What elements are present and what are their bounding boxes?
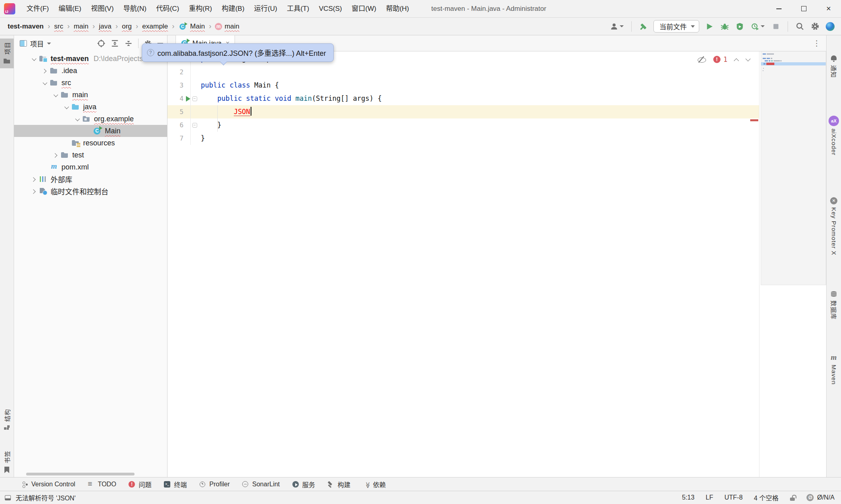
menu-item-11[interactable]: 帮助(H)	[381, 0, 414, 18]
fold-open-icon[interactable]	[192, 96, 197, 101]
tree-item-test[interactable]: test	[14, 149, 167, 161]
menu-item-10[interactable]: 窗口(W)	[347, 0, 381, 18]
tool-window-button-终端[interactable]: 终端	[163, 480, 187, 489]
file-encoding[interactable]: UTF-8	[725, 494, 743, 501]
code-text[interactable]: public class Main {	[201, 79, 279, 92]
tree-item-resources[interactable]: resources	[14, 137, 167, 149]
line-number[interactable]: 3	[180, 82, 184, 89]
chevron-down-icon[interactable]	[47, 43, 51, 45]
tree-item-pom.xml[interactable]: pom.xml	[14, 161, 167, 173]
breadcrumb-item-Main[interactable]: Main	[178, 22, 215, 31]
code-line-3[interactable]: 3public class Main {	[167, 79, 759, 92]
code-text[interactable]: }	[201, 118, 221, 132]
chevron-down-icon[interactable]	[30, 55, 38, 63]
code-line-7[interactable]: 7}	[167, 132, 759, 145]
line-ending[interactable]: LF	[706, 494, 713, 501]
stripe-item-aiXcoder[interactable]: aiXcoder	[827, 112, 841, 159]
code-minimap[interactable]	[761, 51, 826, 285]
tool-window-button-Version Control[interactable]: Version Control	[21, 481, 75, 488]
debug-button[interactable]	[719, 21, 730, 32]
locate-file-icon[interactable]	[97, 39, 105, 47]
plugin-sphere-button[interactable]	[825, 21, 835, 32]
menu-item-8[interactable]: 工具(T)	[282, 0, 314, 18]
menu-item-1[interactable]: 编辑(E)	[54, 0, 86, 18]
tool-window-quick-access-icon[interactable]	[5, 495, 11, 500]
close-button[interactable]: ×	[816, 0, 841, 18]
stripe-item-书签[interactable]: 书签	[0, 447, 14, 477]
tool-window-button-依赖[interactable]: 依赖	[363, 480, 386, 489]
stripe-item-Key Promoter X[interactable]: Key Promoter X	[827, 194, 841, 259]
menu-item-5[interactable]: 重构(R)	[184, 0, 217, 18]
chevron-down-icon[interactable]	[73, 115, 82, 123]
breadcrumb-item-java[interactable]: java	[98, 22, 121, 31]
error-stripe-mark[interactable]	[750, 119, 758, 121]
tool-window-button-Profiler[interactable]: Profiler	[199, 481, 230, 488]
tree-item-.idea[interactable]: .idea	[14, 65, 167, 77]
stripe-item-项目[interactable]: 项目	[0, 39, 14, 68]
tree-item-java[interactable]: java	[14, 101, 167, 113]
chevron-down-icon[interactable]	[63, 103, 71, 111]
error-badge[interactable]: ! 1	[713, 55, 727, 63]
tool-window-button-SonarLint[interactable]: SonarLint	[242, 481, 280, 488]
menu-item-9[interactable]: VCS(S)	[314, 0, 347, 18]
next-error-chevron-down-icon[interactable]	[746, 57, 751, 62]
stripe-item-Maven[interactable]: Maven	[827, 351, 841, 388]
code-line-4[interactable]: 4 public static void main(String[] args)…	[167, 92, 759, 105]
tooltip-text[interactable]: com.alibaba.fastjson2.JSON? (多重选择...) Al…	[157, 47, 326, 58]
minimize-button[interactable]	[766, 0, 791, 18]
run-button[interactable]	[704, 21, 714, 32]
stripe-item-通知[interactable]: 通知	[827, 51, 841, 81]
menu-item-2[interactable]: 视图(V)	[86, 0, 118, 18]
chevron-down-icon[interactable]	[41, 79, 49, 87]
line-number[interactable]: 5	[180, 108, 184, 116]
previous-error-chevron-up-icon[interactable]	[734, 57, 739, 62]
tree-item-Main[interactable]: Main	[14, 125, 167, 137]
horizontal-scrollbar[interactable]	[26, 473, 135, 475]
code-editor[interactable]: 1package org.example;23public class Main…	[167, 51, 826, 477]
code-text[interactable]: }	[201, 132, 205, 145]
chevron-right-icon[interactable]	[41, 67, 49, 75]
build-project-button[interactable]	[638, 21, 649, 32]
menu-item-4[interactable]: 代码(C)	[151, 0, 184, 18]
stop-button[interactable]	[771, 21, 781, 32]
caret-position[interactable]: 5:13	[682, 494, 694, 501]
maximize-button[interactable]	[791, 0, 816, 18]
stripe-item-数据库[interactable]: 数据库	[827, 287, 841, 323]
highlighting-level-eye-icon[interactable]	[697, 56, 706, 63]
breadcrumb-item-src[interactable]: src	[54, 22, 73, 31]
code-text[interactable]: JSON	[201, 105, 251, 118]
line-number[interactable]: 2	[180, 68, 184, 76]
line-number[interactable]: 4	[180, 95, 184, 102]
breadcrumb-item-example[interactable]: example	[142, 22, 178, 31]
profiler-button[interactable]	[750, 21, 766, 32]
code-line-6[interactable]: 6 }	[167, 118, 759, 132]
tool-window-button-TODO[interactable]: TODO	[87, 481, 116, 488]
line-number[interactable]: 6	[180, 121, 184, 129]
menu-item-0[interactable]: 文件(F)	[22, 0, 54, 18]
user-profile-button[interactable]	[609, 21, 625, 32]
chevron-down-icon[interactable]	[52, 91, 60, 99]
code-line-5[interactable]: 5 JSON	[167, 105, 759, 118]
tree-item-临时文件和控制台[interactable]: 临时文件和控制台	[14, 185, 167, 197]
tool-window-button-问题[interactable]: 问题	[128, 480, 151, 489]
fold-close-icon[interactable]	[192, 123, 197, 128]
tab-list-more-icon[interactable]: ⋮	[813, 39, 821, 48]
tree-item-src[interactable]: src	[14, 77, 167, 89]
menu-item-3[interactable]: 导航(N)	[118, 0, 151, 18]
tool-window-button-构建[interactable]: 构建	[327, 480, 351, 489]
chevron-right-icon[interactable]	[30, 175, 38, 183]
aixcoder-ratio[interactable]: Ø/N/A	[817, 494, 835, 501]
aixcoder-status-icon[interactable]: Ø	[806, 494, 814, 501]
readonly-lock-icon[interactable]	[790, 495, 795, 501]
chevron-right-icon[interactable]	[52, 151, 60, 159]
import-suggestion-tooltip[interactable]: ? com.alibaba.fastjson2.JSON? (多重选择...) …	[142, 43, 334, 62]
menu-item-6[interactable]: 构建(B)	[217, 0, 249, 18]
tree-item-外部库[interactable]: 外部库	[14, 173, 167, 185]
breadcrumb-item-test-maven[interactable]: test-maven	[7, 22, 54, 31]
chevron-right-icon[interactable]	[30, 187, 38, 195]
menu-item-7[interactable]: 运行(U)	[249, 0, 282, 18]
code-text[interactable]: public static void main(String[] args) {	[201, 92, 382, 105]
tool-window-button-服务[interactable]: 服务	[292, 480, 315, 489]
tree-item-org.example[interactable]: org.example	[14, 113, 167, 125]
project-panel-title[interactable]: 项目	[30, 39, 44, 49]
